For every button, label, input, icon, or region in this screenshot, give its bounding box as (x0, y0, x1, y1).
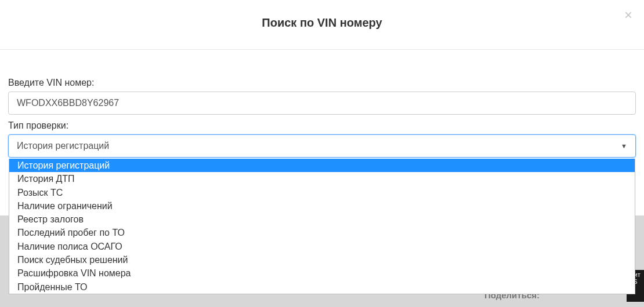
dropdown-option[interactable]: История регистраций (9, 159, 635, 172)
dropdown-option[interactable]: История ДТП (9, 172, 635, 185)
chevron-down-icon: ▼ (621, 142, 627, 149)
select-current-value: История регистраций (17, 141, 109, 151)
check-type-select-wrap: История регистраций ▼ История регистраци… (8, 134, 636, 158)
modal-title: Поиск по VIN номеру (0, 16, 644, 30)
modal-header: Поиск по VIN номеру × (0, 0, 644, 50)
close-icon[interactable]: × (624, 8, 632, 22)
dropdown-option[interactable]: Последний пробег по ТО (9, 226, 635, 239)
check-type-label: Тип проверки: (8, 120, 636, 131)
dropdown-option[interactable]: Пройденные ТО (9, 280, 635, 294)
modal-body: Введите VIN номер: Тип проверки: История… (0, 50, 644, 169)
vin-search-modal: Поиск по VIN номеру × Введите VIN номер:… (0, 0, 644, 307)
check-type-select[interactable]: История регистраций ▼ (8, 134, 636, 158)
dropdown-option[interactable]: Наличие полиса ОСАГО (9, 240, 635, 253)
dropdown-option[interactable]: Поиск судебных решений (9, 253, 635, 266)
dropdown-option[interactable]: Розыск ТС (9, 186, 635, 199)
vin-input[interactable] (8, 92, 636, 115)
dropdown-option[interactable]: Наличие ограничений (9, 199, 635, 213)
check-type-dropdown: История регистрацийИстория ДТПРозыск ТСН… (9, 159, 635, 294)
dropdown-option[interactable]: Расшифровка VIN номера (9, 266, 635, 280)
vin-label: Введите VIN номер: (8, 78, 636, 88)
dropdown-option[interactable]: Реестр залогов (9, 213, 635, 226)
